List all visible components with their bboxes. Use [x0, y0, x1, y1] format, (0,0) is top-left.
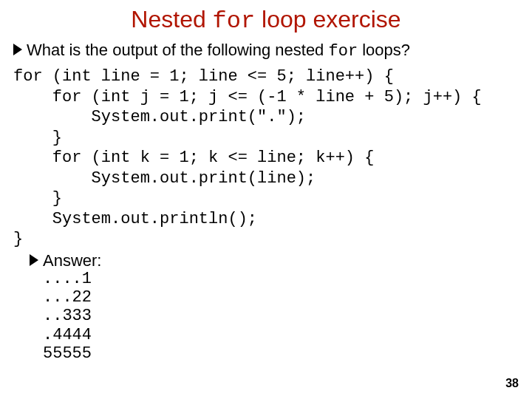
answer-label: Answer: — [43, 251, 101, 270]
bullet-icon — [13, 44, 24, 55]
slide-title: Nested for loop exercise — [13, 6, 519, 35]
svg-marker-0 — [13, 44, 22, 55]
bullet-question: What is the output of the following nest… — [13, 41, 519, 61]
bullet-code: for — [328, 42, 358, 61]
svg-marker-1 — [30, 254, 38, 266]
title-pre: Nested — [131, 6, 212, 33]
code-block: for (int line = 1; line <= 5; line++) { … — [13, 66, 519, 250]
answer-output: ....1 ...22 ..333 .4444 55555 — [13, 270, 519, 363]
bullet-icon — [30, 254, 40, 266]
bullet-pre: What is the output of the following nest… — [27, 41, 328, 59]
bullet-post: loops? — [358, 41, 410, 59]
title-code: for — [213, 7, 256, 35]
title-post: loop exercise — [255, 6, 400, 33]
bullet-text: What is the output of the following nest… — [27, 41, 519, 61]
answer-block: Answer: — [13, 251, 519, 270]
page-number: 38 — [505, 377, 519, 390]
